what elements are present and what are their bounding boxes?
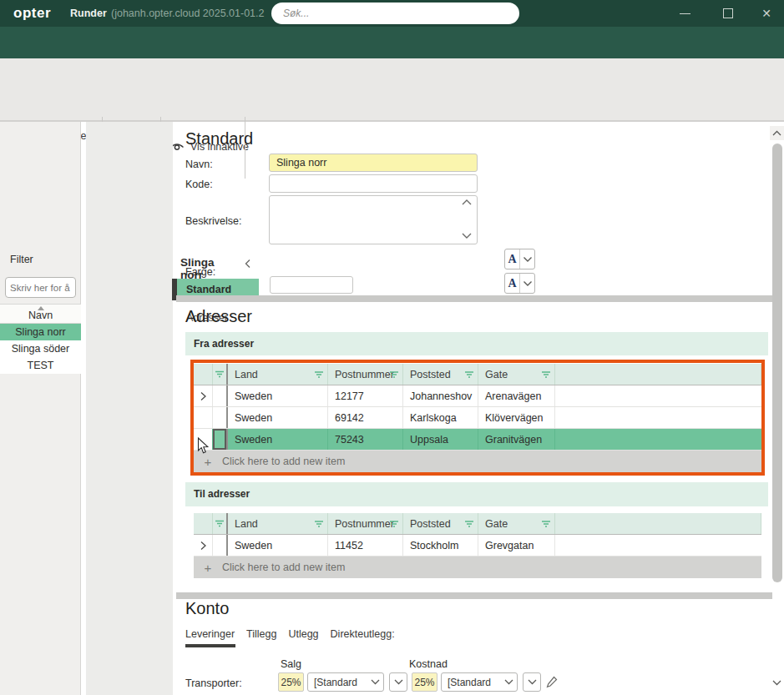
opter-logo: opter (13, 5, 51, 22)
list-item[interactable]: Slinga norr (0, 324, 81, 340)
cell-poststed[interactable]: Karlskoga (403, 407, 478, 428)
filter-list: Navn Slinga norr Slinga söder TEST (0, 304, 81, 374)
cell-gate[interactable]: Grevgatan (478, 535, 555, 556)
cell-postnummer[interactable]: 75243 (328, 429, 403, 450)
cell-filler (555, 385, 761, 406)
column-header-postnummer[interactable]: Postnummer (328, 364, 403, 385)
table-row[interactable]: Sweden 12177 Johanneshov Arenavägen (194, 385, 761, 407)
cell-poststed[interactable]: Uppsala (403, 429, 478, 450)
cell-land[interactable]: Sweden (228, 385, 328, 406)
farge-field[interactable] (270, 276, 353, 294)
beskrivelse-scroll-down-icon[interactable] (461, 232, 473, 239)
chevron-down-icon[interactable] (520, 249, 534, 269)
column-header-gate[interactable]: Gate (478, 364, 555, 385)
column-header-poststed[interactable]: Poststed (403, 513, 478, 534)
row-indicator-cell[interactable] (213, 429, 228, 450)
cell-postnummer[interactable]: 11452 (328, 535, 403, 556)
salg-column-label: Salg (281, 658, 301, 670)
kostnad-expand-button[interactable] (523, 672, 541, 692)
salg-account-dropdown[interactable]: [Standard (307, 672, 384, 692)
header-expander-column (194, 513, 213, 534)
filter-icon[interactable] (464, 370, 474, 378)
cell-gate[interactable]: Arenavägen (478, 385, 555, 406)
beskrivelse-field[interactable] (269, 195, 478, 244)
maximize-button[interactable] (716, 5, 740, 22)
navn-field[interactable] (269, 154, 478, 172)
row-indicator-cell[interactable] (213, 407, 228, 428)
cell-land[interactable]: Sweden (228, 429, 328, 450)
close-button[interactable]: ✕ (755, 5, 778, 22)
add-new-item-row[interactable]: + Click here to add new item (194, 451, 761, 472)
cell-land[interactable]: Sweden (228, 535, 328, 556)
cell-postnummer[interactable]: 12177 (328, 385, 403, 406)
search-input[interactable] (271, 3, 519, 24)
cell-gate[interactable]: Klövervägen (478, 407, 555, 428)
cell-gate[interactable]: Granitvägen (478, 429, 555, 450)
filter-panel: Filter Navn Slinga norr Slinga söder TES… (0, 122, 81, 695)
tab-leveringer[interactable]: Leveringer (185, 628, 235, 640)
header-filler-column (555, 513, 761, 534)
salg-percent-field[interactable]: 25% (278, 672, 304, 692)
table-row[interactable]: Sweden 69142 Karlskoga Klövervägen (194, 407, 761, 429)
add-new-item-row[interactable]: + Click here to add new item (194, 557, 761, 578)
minimize-icon (680, 13, 690, 14)
tab-utlegg[interactable]: Utlegg (288, 628, 318, 640)
filter-icon[interactable] (314, 370, 324, 378)
column-header-poststed[interactable]: Poststed (403, 364, 478, 385)
til-adresser-label: Til adresser (194, 488, 250, 500)
cell-poststed[interactable]: Johanneshov (403, 385, 478, 406)
filter-icon[interactable] (389, 520, 399, 527)
add-new-item-label: Click here to add new item (222, 562, 345, 573)
column-header-navn[interactable]: Navn (0, 304, 81, 324)
minimize-button[interactable] (673, 5, 696, 22)
section-splitter[interactable] (176, 592, 772, 599)
salg-expand-button[interactable] (389, 672, 407, 692)
chevron-down-icon (500, 679, 517, 685)
row-expander[interactable] (194, 535, 213, 556)
font-color-picker-button[interactable]: A (504, 273, 535, 294)
tab-bar: Runder (0, 27, 784, 58)
row-expander[interactable] (194, 385, 213, 406)
table-row-selected[interactable]: Sweden 75243 Uppsala Granitvägen (194, 429, 761, 451)
row-expander[interactable] (194, 407, 213, 428)
column-header-gate[interactable]: Gate (478, 513, 555, 534)
tab-direkteutlegg[interactable]: Direkteutlegg: (331, 628, 395, 640)
row-indicator-cell[interactable] (213, 385, 228, 406)
header-indicator-column[interactable] (213, 364, 228, 385)
list-item[interactable]: Slinga söder (0, 340, 81, 357)
filter-icon[interactable] (464, 520, 474, 527)
row-indicator-cell[interactable] (213, 535, 228, 556)
table-header-row: Land Postnummer Poststed Gate (194, 364, 761, 385)
filter-icon (215, 520, 225, 527)
chevron-down-icon[interactable] (520, 274, 534, 293)
chevron-down-icon (772, 680, 781, 686)
cell-land[interactable]: Sweden (228, 407, 328, 428)
vscroll-up-button[interactable] (770, 126, 784, 140)
kode-field[interactable] (269, 174, 478, 193)
kostnad-account-dropdown[interactable]: [Standard (441, 672, 518, 692)
header-indicator-column[interactable] (213, 513, 228, 534)
chevron-right-icon (200, 391, 207, 401)
filter-icon[interactable] (541, 370, 551, 378)
filter-input[interactable] (5, 277, 76, 298)
section-splitter[interactable] (176, 295, 772, 302)
table-row[interactable]: Sweden 11452 Stockholm Grevgatan (194, 535, 761, 557)
filter-icon[interactable] (314, 520, 324, 527)
fra-adresser-table: Land Postnummer Poststed Gate Sweden (194, 364, 761, 472)
vscroll-down-button[interactable] (770, 676, 784, 690)
column-header-postnummer[interactable]: Postnummer (328, 513, 403, 534)
filter-icon[interactable] (389, 370, 399, 378)
cell-postnummer[interactable]: 69142 (328, 407, 403, 428)
kostnad-percent-field[interactable]: 25% (412, 672, 438, 692)
font-color-picker-button[interactable]: A (504, 249, 535, 269)
cell-poststed[interactable]: Stockholm (403, 535, 478, 556)
edit-pencil-icon[interactable] (546, 676, 558, 688)
list-item[interactable]: TEST (0, 357, 81, 374)
vscroll-thumb[interactable] (772, 144, 782, 582)
tab-tillegg[interactable]: Tillegg (246, 628, 276, 640)
column-header-land[interactable]: Land (228, 513, 328, 534)
beskrivelse-scroll-up-icon[interactable] (461, 199, 473, 206)
filter-icon[interactable] (541, 520, 551, 527)
column-header-land[interactable]: Land (228, 364, 328, 385)
collapse-panel-button[interactable] (243, 258, 252, 269)
